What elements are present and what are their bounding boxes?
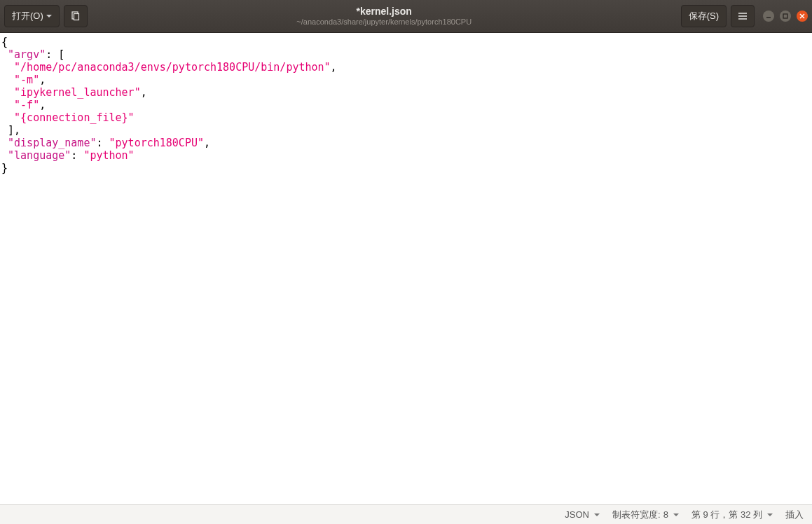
code-line: ], <box>1 124 811 137</box>
chevron-down-icon <box>767 513 773 516</box>
chevron-down-icon <box>594 513 600 516</box>
hamburger-menu-button[interactable] <box>731 5 755 27</box>
save-label: 保存(S) <box>689 10 719 22</box>
insert-mode-label: 插入 <box>785 509 804 521</box>
svg-rect-1 <box>74 14 78 20</box>
code-line: "display_name": "pytorch180CPU", <box>1 137 811 149</box>
window-maximize-button[interactable] <box>780 11 791 22</box>
window-minimize-button[interactable] <box>763 11 774 22</box>
title-center: *kernel.json ~/anaconda3/share/jupyter/k… <box>92 6 677 27</box>
code-line: "/home/pc/anaconda3/envs/pytorch180CPU/b… <box>1 61 811 74</box>
code-line: "-m", <box>1 74 811 86</box>
svg-rect-2 <box>783 14 787 18</box>
language-selector[interactable]: JSON <box>565 509 600 520</box>
open-button[interactable]: 打开(O) <box>4 5 60 27</box>
tab-width-label: 制表符宽度: <box>612 509 661 521</box>
hamburger-icon <box>737 11 748 22</box>
code-line: "-f", <box>1 99 811 111</box>
tab-width-value: 8 <box>663 509 668 520</box>
new-tab-button[interactable] <box>64 5 88 27</box>
minimize-icon <box>766 13 771 19</box>
code-line: "{connection_file}" <box>1 111 811 124</box>
window-controls <box>763 11 808 22</box>
document-title: *kernel.json <box>357 6 412 18</box>
code-line: } <box>1 162 811 174</box>
document-path: ~/anaconda3/share/jupyter/kernels/pytorc… <box>296 18 472 27</box>
statusbar: JSON 制表符宽度: 8 第 9 行，第 32 列 插入 <box>0 504 812 524</box>
text-editor[interactable]: { "argv": [ "/home/pc/anaconda3/envs/pyt… <box>0 33 812 504</box>
code-line: "language": "python" <box>1 149 811 162</box>
close-icon <box>799 13 805 19</box>
code-line: { <box>1 36 811 48</box>
save-button[interactable]: 保存(S) <box>681 5 727 27</box>
chevron-down-icon <box>673 513 679 516</box>
maximize-icon <box>783 13 788 19</box>
code-line: "ipykernel_launcher", <box>1 86 811 99</box>
open-label: 打开(O) <box>12 10 43 22</box>
insert-mode[interactable]: 插入 <box>785 509 804 521</box>
chevron-down-icon <box>46 15 52 18</box>
titlebar: 打开(O) *kernel.json ~/anaconda3/share/jup… <box>0 0 812 33</box>
language-label: JSON <box>565 509 589 520</box>
code-line: "argv": [ <box>1 48 811 61</box>
tab-width-selector[interactable]: 制表符宽度: 8 <box>612 509 679 521</box>
document-new-icon <box>70 11 81 22</box>
window-close-button[interactable] <box>797 11 808 22</box>
cursor-position-label: 第 9 行，第 32 列 <box>691 509 762 521</box>
cursor-position[interactable]: 第 9 行，第 32 列 <box>691 509 773 521</box>
